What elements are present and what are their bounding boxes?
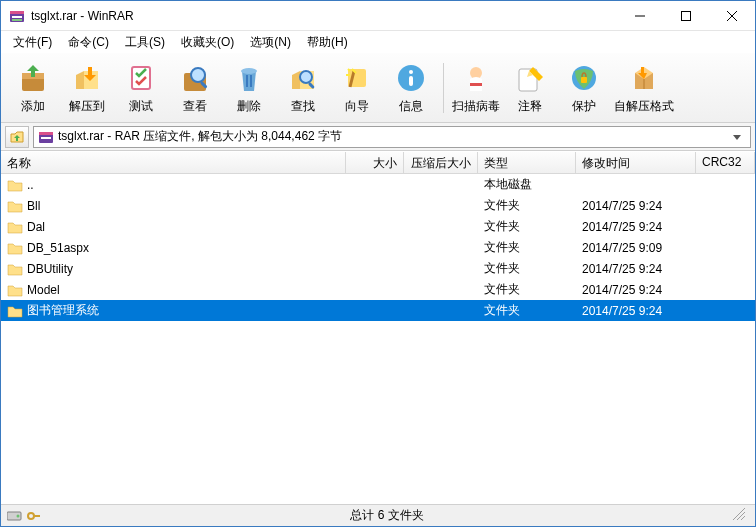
extract-icon xyxy=(69,60,105,96)
list-row[interactable]: Model文件夹2014/7/25 9:24 xyxy=(1,279,755,300)
list-row[interactable]: 图书管理系统文件夹2014/7/25 9:24 xyxy=(1,300,755,321)
scan-label: 扫描病毒 xyxy=(452,98,500,115)
view-icon xyxy=(177,60,213,96)
info-label: 信息 xyxy=(399,98,423,115)
row-name: .. xyxy=(27,178,34,192)
add-label: 添加 xyxy=(21,98,45,115)
svg-rect-21 xyxy=(470,83,482,86)
list-row[interactable]: DBUtility文件夹2014/7/25 9:24 xyxy=(1,258,755,279)
up-button[interactable] xyxy=(5,126,29,148)
menu-file[interactable]: 文件(F) xyxy=(5,32,60,53)
scan-button[interactable]: 扫描病毒 xyxy=(450,57,502,119)
key-icon xyxy=(27,510,41,522)
row-type: 文件夹 xyxy=(484,302,520,319)
menu-options[interactable]: 选项(N) xyxy=(242,32,299,53)
extract-button[interactable]: 解压到 xyxy=(61,57,113,119)
status-summary: 总计 6 文件夹 xyxy=(41,507,733,524)
svg-rect-4 xyxy=(682,11,691,20)
row-type: 文件夹 xyxy=(484,281,520,298)
add-button[interactable]: 添加 xyxy=(7,57,59,119)
menu-bar: 文件(F) 命令(C) 工具(S) 收藏夹(O) 选项(N) 帮助(H) xyxy=(1,31,755,53)
col-type[interactable]: 类型 xyxy=(478,152,576,173)
up-folder-icon xyxy=(9,129,25,145)
svg-rect-27 xyxy=(41,137,51,139)
svg-rect-13 xyxy=(250,75,252,87)
delete-label: 删除 xyxy=(237,98,261,115)
sfx-button[interactable]: 自解压格式 xyxy=(612,57,676,119)
row-name: Bll xyxy=(27,199,40,213)
test-label: 测试 xyxy=(129,98,153,115)
list-row[interactable]: Bll文件夹2014/7/25 9:24 xyxy=(1,195,755,216)
svg-rect-24 xyxy=(581,77,587,83)
row-modified: 2014/7/25 9:24 xyxy=(582,262,662,276)
comment-button[interactable]: 注释 xyxy=(504,57,556,119)
row-type: 文件夹 xyxy=(484,197,520,214)
row-name: DBUtility xyxy=(27,262,73,276)
svg-point-11 xyxy=(241,68,257,74)
row-modified: 2014/7/25 9:24 xyxy=(582,283,662,297)
status-bar: 总计 6 文件夹 xyxy=(1,504,755,526)
list-row[interactable]: ..本地磁盘 xyxy=(1,174,755,195)
row-modified: 2014/7/25 9:24 xyxy=(582,304,662,318)
toolbar-separator xyxy=(443,63,444,113)
scan-icon xyxy=(458,60,494,96)
test-icon xyxy=(123,60,159,96)
col-name[interactable]: 名称 xyxy=(1,152,346,173)
disk-icon xyxy=(7,510,23,522)
comment-label: 注释 xyxy=(518,98,542,115)
list-body[interactable]: ..本地磁盘Bll文件夹2014/7/25 9:24Dal文件夹2014/7/2… xyxy=(1,174,755,504)
wizard-label: 向导 xyxy=(345,98,369,115)
find-icon xyxy=(285,60,321,96)
path-text: tsglxt.rar - RAR 压缩文件, 解包大小为 8,044,462 字… xyxy=(58,128,728,145)
close-button[interactable] xyxy=(709,1,755,31)
svg-rect-3 xyxy=(12,19,22,21)
list-row[interactable]: DB_51aspx文件夹2014/7/25 9:09 xyxy=(1,237,755,258)
test-button[interactable]: 测试 xyxy=(115,57,167,119)
svg-rect-2 xyxy=(12,16,22,18)
menu-commands[interactable]: 命令(C) xyxy=(60,32,117,53)
minimize-button[interactable] xyxy=(617,1,663,31)
path-dropdown[interactable] xyxy=(728,133,746,141)
svg-rect-12 xyxy=(246,75,248,87)
wizard-button[interactable]: 向导 xyxy=(331,57,383,119)
sfx-icon xyxy=(626,60,662,96)
col-packed[interactable]: 压缩后大小 xyxy=(404,152,478,173)
app-icon xyxy=(9,8,25,24)
comment-icon xyxy=(512,60,548,96)
row-type: 文件夹 xyxy=(484,260,520,277)
info-button[interactable]: 信息 xyxy=(385,57,437,119)
view-button[interactable]: 查看 xyxy=(169,57,221,119)
protect-button[interactable]: 保护 xyxy=(558,57,610,119)
svg-rect-7 xyxy=(132,67,150,89)
delete-button[interactable]: 删除 xyxy=(223,57,275,119)
svg-point-30 xyxy=(28,513,34,519)
svg-point-18 xyxy=(409,70,413,74)
row-name: 图书管理系统 xyxy=(27,302,99,319)
menu-favorites[interactable]: 收藏夹(O) xyxy=(173,32,242,53)
row-name: DB_51aspx xyxy=(27,241,89,255)
path-field[interactable]: tsglxt.rar - RAR 压缩文件, 解包大小为 8,044,462 字… xyxy=(33,126,751,148)
add-icon xyxy=(15,60,51,96)
row-modified: 2014/7/25 9:24 xyxy=(582,220,662,234)
menu-help[interactable]: 帮助(H) xyxy=(299,32,356,53)
svg-rect-31 xyxy=(34,515,40,517)
find-button[interactable]: 查找 xyxy=(277,57,329,119)
view-label: 查看 xyxy=(183,98,207,115)
col-modified[interactable]: 修改时间 xyxy=(576,152,696,173)
col-size[interactable]: 大小 xyxy=(346,152,404,173)
row-type: 文件夹 xyxy=(484,218,520,235)
status-left xyxy=(7,510,41,522)
svg-rect-1 xyxy=(10,11,24,14)
file-list: 名称 大小 压缩后大小 类型 修改时间 CRC32 ..本地磁盘Bll文件夹20… xyxy=(1,151,755,504)
svg-rect-26 xyxy=(39,132,53,135)
window-title: tsglxt.rar - WinRAR xyxy=(31,9,617,23)
menu-tools[interactable]: 工具(S) xyxy=(117,32,173,53)
resize-grip[interactable] xyxy=(733,508,749,523)
row-name: Model xyxy=(27,283,60,297)
col-crc[interactable]: CRC32 xyxy=(696,152,755,173)
svg-point-14 xyxy=(300,71,312,83)
extract-label: 解压到 xyxy=(69,98,105,115)
maximize-button[interactable] xyxy=(663,1,709,31)
column-header: 名称 大小 压缩后大小 类型 修改时间 CRC32 xyxy=(1,152,755,174)
list-row[interactable]: Dal文件夹2014/7/25 9:24 xyxy=(1,216,755,237)
